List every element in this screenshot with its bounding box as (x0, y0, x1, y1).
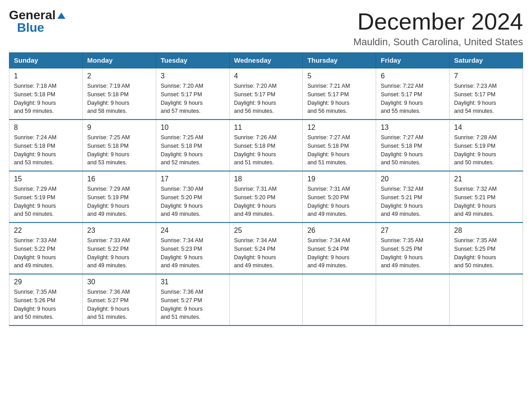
calendar-day-cell: 7 Sunrise: 7:23 AM Sunset: 5:17 PM Dayli… (450, 68, 523, 120)
day-number: 9 (87, 124, 151, 132)
day-number: 19 (307, 175, 371, 183)
day-info: Sunrise: 7:35 AM Sunset: 5:25 PM Dayligh… (381, 236, 445, 270)
calendar-title: December 2024 (353, 9, 523, 34)
logo: General Blue (9, 9, 65, 34)
day-number: 14 (454, 124, 518, 132)
calendar-week-row: 15 Sunrise: 7:29 AM Sunset: 5:19 PM Dayl… (9, 171, 523, 223)
day-number: 10 (161, 124, 225, 132)
title-section: December 2024 Mauldin, South Carolina, U… (353, 9, 523, 48)
day-info: Sunrise: 7:23 AM Sunset: 5:17 PM Dayligh… (454, 82, 518, 116)
day-number: 12 (307, 124, 371, 132)
calendar-day-cell: 17 Sunrise: 7:30 AM Sunset: 5:20 PM Dayl… (156, 171, 229, 223)
day-number: 16 (87, 175, 151, 183)
calendar-day-cell: 15 Sunrise: 7:29 AM Sunset: 5:19 PM Dayl… (9, 171, 83, 223)
calendar-day-cell: 18 Sunrise: 7:31 AM Sunset: 5:20 PM Dayl… (229, 171, 303, 223)
day-info: Sunrise: 7:22 AM Sunset: 5:17 PM Dayligh… (381, 82, 445, 116)
day-info: Sunrise: 7:21 AM Sunset: 5:17 PM Dayligh… (307, 82, 371, 116)
day-info: Sunrise: 7:20 AM Sunset: 5:17 PM Dayligh… (234, 82, 298, 116)
header-thursday: Thursday (303, 53, 376, 68)
calendar-day-cell: 28 Sunrise: 7:35 AM Sunset: 5:25 PM Dayl… (450, 223, 523, 274)
day-number: 29 (14, 278, 78, 286)
day-info: Sunrise: 7:29 AM Sunset: 5:19 PM Dayligh… (87, 185, 151, 218)
day-number: 18 (234, 175, 298, 183)
calendar-day-cell: 13 Sunrise: 7:27 AM Sunset: 5:18 PM Dayl… (376, 120, 450, 171)
day-info: Sunrise: 7:18 AM Sunset: 5:18 PM Dayligh… (14, 82, 78, 116)
day-info: Sunrise: 7:25 AM Sunset: 5:18 PM Dayligh… (161, 133, 225, 167)
calendar-day-cell: 19 Sunrise: 7:31 AM Sunset: 5:20 PM Dayl… (303, 171, 376, 223)
header-sunday: Sunday (9, 53, 83, 68)
calendar-day-cell (303, 274, 376, 325)
day-info: Sunrise: 7:34 AM Sunset: 5:23 PM Dayligh… (161, 236, 225, 270)
day-info: Sunrise: 7:25 AM Sunset: 5:18 PM Dayligh… (87, 133, 151, 167)
day-number: 26 (307, 227, 371, 235)
calendar-day-cell: 31 Sunrise: 7:36 AM Sunset: 5:27 PM Dayl… (156, 274, 229, 325)
calendar-week-row: 8 Sunrise: 7:24 AM Sunset: 5:18 PM Dayli… (9, 120, 523, 171)
calendar-day-cell: 10 Sunrise: 7:25 AM Sunset: 5:18 PM Dayl… (156, 120, 229, 171)
day-number: 20 (381, 175, 445, 183)
day-number: 1 (14, 72, 78, 80)
day-info: Sunrise: 7:29 AM Sunset: 5:19 PM Dayligh… (14, 185, 78, 218)
day-number: 6 (381, 72, 445, 80)
calendar-day-cell: 21 Sunrise: 7:32 AM Sunset: 5:21 PM Dayl… (450, 171, 523, 223)
calendar-day-cell: 26 Sunrise: 7:34 AM Sunset: 5:24 PM Dayl… (303, 223, 376, 274)
day-info: Sunrise: 7:27 AM Sunset: 5:18 PM Dayligh… (307, 133, 371, 167)
calendar-day-cell: 24 Sunrise: 7:34 AM Sunset: 5:23 PM Dayl… (156, 223, 229, 274)
day-number: 4 (234, 72, 298, 80)
logo-blue-text: Blue (17, 21, 44, 34)
calendar-day-cell: 9 Sunrise: 7:25 AM Sunset: 5:18 PM Dayli… (82, 120, 156, 171)
day-info: Sunrise: 7:33 AM Sunset: 5:22 PM Dayligh… (87, 236, 151, 270)
day-number: 31 (161, 278, 225, 286)
day-info: Sunrise: 7:35 AM Sunset: 5:26 PM Dayligh… (14, 288, 78, 321)
calendar-day-cell: 3 Sunrise: 7:20 AM Sunset: 5:17 PM Dayli… (156, 68, 229, 120)
calendar-day-cell: 6 Sunrise: 7:22 AM Sunset: 5:17 PM Dayli… (376, 68, 450, 120)
calendar-day-cell: 16 Sunrise: 7:29 AM Sunset: 5:19 PM Dayl… (82, 171, 156, 223)
calendar-week-row: 1 Sunrise: 7:18 AM Sunset: 5:18 PM Dayli… (9, 68, 523, 120)
day-number: 2 (87, 72, 151, 80)
day-info: Sunrise: 7:33 AM Sunset: 5:22 PM Dayligh… (14, 236, 78, 270)
day-info: Sunrise: 7:27 AM Sunset: 5:18 PM Dayligh… (381, 133, 445, 167)
day-number: 5 (307, 72, 371, 80)
day-number: 30 (87, 278, 151, 286)
day-number: 27 (381, 227, 445, 235)
calendar-header-row: Sunday Monday Tuesday Wednesday Thursday… (9, 53, 523, 68)
day-number: 7 (454, 72, 518, 80)
day-number: 24 (161, 227, 225, 235)
calendar-day-cell: 14 Sunrise: 7:28 AM Sunset: 5:19 PM Dayl… (450, 120, 523, 171)
day-number: 23 (87, 227, 151, 235)
day-number: 13 (381, 124, 445, 132)
header-tuesday: Tuesday (156, 53, 229, 68)
header-friday: Friday (376, 53, 450, 68)
day-info: Sunrise: 7:19 AM Sunset: 5:18 PM Dayligh… (87, 82, 151, 116)
header-monday: Monday (82, 53, 156, 68)
calendar-day-cell: 22 Sunrise: 7:33 AM Sunset: 5:22 PM Dayl… (9, 223, 83, 274)
header-saturday: Saturday (450, 53, 523, 68)
calendar-week-row: 29 Sunrise: 7:35 AM Sunset: 5:26 PM Dayl… (9, 274, 523, 325)
calendar-table: Sunday Monday Tuesday Wednesday Thursday… (9, 52, 523, 326)
calendar-day-cell: 25 Sunrise: 7:34 AM Sunset: 5:24 PM Dayl… (229, 223, 303, 274)
day-number: 22 (14, 227, 78, 235)
calendar-day-cell: 30 Sunrise: 7:36 AM Sunset: 5:27 PM Dayl… (82, 274, 156, 325)
calendar-day-cell (376, 274, 450, 325)
day-number: 25 (234, 227, 298, 235)
day-info: Sunrise: 7:34 AM Sunset: 5:24 PM Dayligh… (234, 236, 298, 270)
day-info: Sunrise: 7:32 AM Sunset: 5:21 PM Dayligh… (381, 185, 445, 218)
calendar-day-cell: 23 Sunrise: 7:33 AM Sunset: 5:22 PM Dayl… (82, 223, 156, 274)
day-info: Sunrise: 7:31 AM Sunset: 5:20 PM Dayligh… (234, 185, 298, 218)
calendar-day-cell (229, 274, 303, 325)
day-number: 11 (234, 124, 298, 132)
day-number: 28 (454, 227, 518, 235)
day-info: Sunrise: 7:34 AM Sunset: 5:24 PM Dayligh… (307, 236, 371, 270)
calendar-day-cell: 8 Sunrise: 7:24 AM Sunset: 5:18 PM Dayli… (9, 120, 83, 171)
calendar-day-cell: 4 Sunrise: 7:20 AM Sunset: 5:17 PM Dayli… (229, 68, 303, 120)
calendar-day-cell (450, 274, 523, 325)
calendar-week-row: 22 Sunrise: 7:33 AM Sunset: 5:22 PM Dayl… (9, 223, 523, 274)
day-info: Sunrise: 7:30 AM Sunset: 5:20 PM Dayligh… (161, 185, 225, 218)
calendar-day-cell: 1 Sunrise: 7:18 AM Sunset: 5:18 PM Dayli… (9, 68, 83, 120)
day-info: Sunrise: 7:32 AM Sunset: 5:21 PM Dayligh… (454, 185, 518, 218)
day-number: 15 (14, 175, 78, 183)
day-info: Sunrise: 7:36 AM Sunset: 5:27 PM Dayligh… (161, 288, 225, 321)
day-number: 21 (454, 175, 518, 183)
day-info: Sunrise: 7:24 AM Sunset: 5:18 PM Dayligh… (14, 133, 78, 167)
calendar-day-cell: 29 Sunrise: 7:35 AM Sunset: 5:26 PM Dayl… (9, 274, 83, 325)
page-header: General Blue December 2024 Mauldin, Sout… (9, 9, 523, 48)
